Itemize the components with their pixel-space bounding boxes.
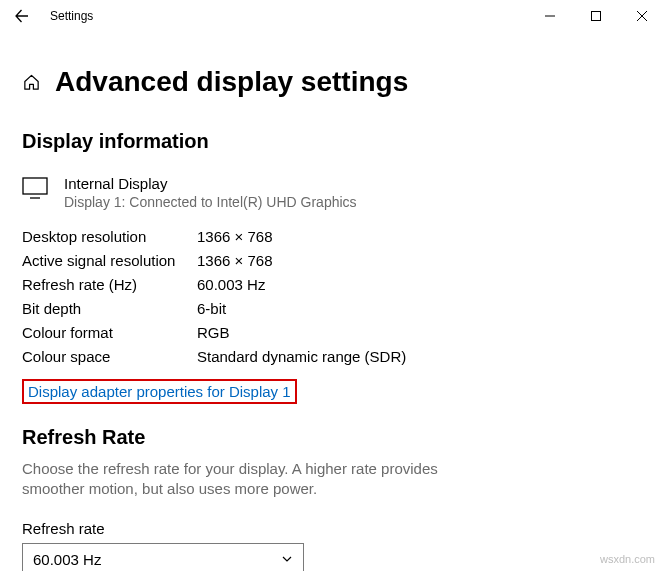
prop-key: Bit depth: [22, 300, 197, 317]
monitor-icon: [22, 177, 48, 203]
table-row: Refresh rate (Hz) 60.003 Hz: [22, 276, 643, 293]
prop-key: Colour space: [22, 348, 197, 365]
refresh-rate-label: Refresh rate: [22, 520, 643, 537]
prop-val: 1366 × 768: [197, 228, 273, 245]
prop-val: RGB: [197, 324, 230, 341]
close-button[interactable]: [619, 0, 665, 32]
page-header: Advanced display settings: [22, 66, 643, 98]
chevron-down-icon: [281, 551, 293, 568]
display-properties-table: Desktop resolution 1366 × 768 Active sig…: [22, 228, 643, 365]
maximize-button[interactable]: [573, 0, 619, 32]
content-area: Advanced display settings Display inform…: [0, 32, 665, 571]
refresh-rate-dropdown[interactable]: 60.003 Hz: [22, 543, 304, 572]
home-icon[interactable]: [22, 73, 41, 92]
maximize-icon: [591, 11, 601, 21]
prop-val: 1366 × 768: [197, 252, 273, 269]
display-name: Internal Display: [64, 175, 357, 192]
display-connection: Display 1: Connected to Intel(R) UHD Gra…: [64, 194, 357, 210]
page-title: Advanced display settings: [55, 66, 408, 98]
window-title: Settings: [50, 9, 93, 23]
table-row: Active signal resolution 1366 × 768: [22, 252, 643, 269]
watermark: wsxdn.com: [600, 553, 655, 565]
back-button[interactable]: [0, 0, 44, 32]
svg-rect-0: [592, 11, 601, 20]
prop-val: 6-bit: [197, 300, 226, 317]
minimize-icon: [545, 11, 555, 21]
display-adapter-properties-link[interactable]: Display adapter properties for Display 1: [22, 379, 297, 404]
prop-key: Refresh rate (Hz): [22, 276, 197, 293]
svg-rect-1: [23, 178, 47, 194]
window-controls: [527, 0, 665, 32]
display-info-heading: Display information: [22, 130, 643, 153]
prop-key: Desktop resolution: [22, 228, 197, 245]
prop-val: Standard dynamic range (SDR): [197, 348, 406, 365]
table-row: Desktop resolution 1366 × 768: [22, 228, 643, 245]
display-summary: Internal Display Display 1: Connected to…: [22, 175, 643, 210]
table-row: Colour space Standard dynamic range (SDR…: [22, 348, 643, 365]
prop-key: Active signal resolution: [22, 252, 197, 269]
minimize-button[interactable]: [527, 0, 573, 32]
titlebar: Settings: [0, 0, 665, 32]
refresh-rate-help-text: Choose the refresh rate for your display…: [22, 459, 502, 500]
refresh-rate-value: 60.003 Hz: [33, 551, 101, 568]
display-summary-text: Internal Display Display 1: Connected to…: [64, 175, 357, 210]
table-row: Colour format RGB: [22, 324, 643, 341]
refresh-rate-heading: Refresh Rate: [22, 426, 643, 449]
table-row: Bit depth 6-bit: [22, 300, 643, 317]
back-arrow-icon: [14, 8, 30, 24]
close-icon: [637, 11, 647, 21]
prop-val: 60.003 Hz: [197, 276, 265, 293]
prop-key: Colour format: [22, 324, 197, 341]
